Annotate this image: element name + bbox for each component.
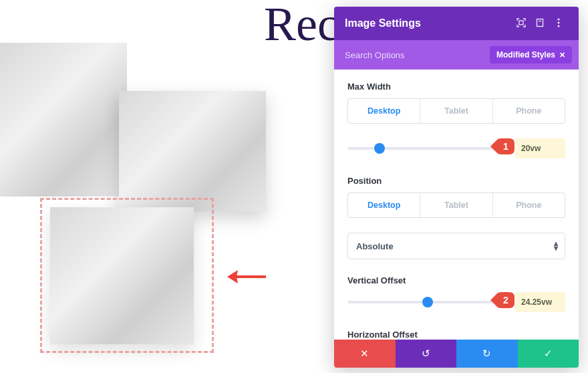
svg-text:1: 1: [503, 141, 508, 152]
image-bottom[interactable]: [50, 207, 194, 344]
panel-title: Image Settings: [345, 17, 512, 29]
svg-point-4: [558, 21, 560, 23]
slider-thumb[interactable]: [374, 143, 385, 154]
max-width-slider-row: 1 20vw: [347, 138, 565, 158]
slider-thumb[interactable]: [422, 297, 433, 307]
tab-phone[interactable]: Phone: [493, 99, 565, 123]
panel-footer: ✕ ↺ ↻ ✓: [334, 340, 579, 368]
tab-desktop[interactable]: Desktop: [348, 99, 420, 123]
svg-rect-1: [537, 19, 543, 26]
close-button[interactable]: ✕: [334, 340, 396, 368]
panel-body: Max Width Desktop Tablet Phone 1 20vw Po…: [334, 70, 579, 340]
device-tabs-maxwidth: Desktop Tablet Phone: [347, 98, 565, 124]
annotation-badge-2-icon: 2: [489, 291, 516, 309]
more-icon[interactable]: [549, 18, 568, 29]
image-top-left: [0, 43, 127, 197]
redo-icon: ↻: [482, 348, 491, 360]
redo-button[interactable]: ↻: [456, 340, 518, 368]
position-select[interactable]: Absolute ▴▾: [347, 233, 565, 259]
page-icon[interactable]: [531, 18, 549, 29]
close-icon: ✕: [360, 348, 369, 360]
panel-header: Image Settings: [334, 7, 579, 40]
undo-button[interactable]: ↺: [396, 340, 457, 368]
panel-subheader: Modified Styles ✕: [334, 40, 579, 70]
vertical-offset-slider-row: 2 24.25vw: [347, 292, 565, 312]
horizontal-offset-label: Horizontal Offset: [347, 330, 565, 340]
device-tabs-position: Desktop Tablet Phone: [347, 193, 565, 218]
image-top-right: [119, 91, 266, 211]
check-icon: ✓: [544, 348, 553, 360]
svg-point-3: [558, 18, 560, 20]
vertical-offset-label: Vertical Offset: [347, 275, 565, 285]
image-settings-panel: Image Settings Modified Styles ✕ Max Wid…: [334, 7, 579, 368]
undo-icon: ↺: [422, 348, 430, 360]
updown-icon: ▴▾: [554, 241, 558, 251]
expand-icon[interactable]: [512, 18, 531, 29]
tab-desktop[interactable]: Desktop: [348, 193, 420, 217]
position-label: Position: [347, 176, 565, 186]
confirm-button[interactable]: ✓: [518, 340, 579, 368]
close-icon[interactable]: ✕: [559, 51, 565, 59]
svg-point-5: [558, 25, 560, 27]
vertical-offset-input[interactable]: 24.25vw: [515, 292, 565, 312]
tab-phone[interactable]: Phone: [493, 193, 565, 217]
tab-tablet[interactable]: Tablet: [420, 99, 492, 123]
pill-label: Modified Styles: [496, 50, 555, 59]
modified-styles-pill[interactable]: Modified Styles ✕: [490, 46, 572, 64]
svg-rect-0: [519, 21, 523, 25]
search-input[interactable]: [345, 50, 490, 60]
svg-rect-2: [539, 21, 541, 21]
max-width-input[interactable]: 20vw: [515, 138, 565, 158]
annotation-arrow-icon: [226, 267, 266, 286]
page-title: Rec: [264, 0, 339, 48]
vertical-offset-slider[interactable]: [347, 301, 507, 303]
svg-text:2: 2: [503, 295, 508, 305]
max-width-slider[interactable]: [347, 147, 507, 150]
tab-tablet[interactable]: Tablet: [420, 193, 492, 217]
position-select-value: Absolute: [356, 241, 394, 251]
annotation-badge-1-icon: 1: [489, 137, 516, 156]
max-width-label: Max Width: [347, 82, 565, 92]
